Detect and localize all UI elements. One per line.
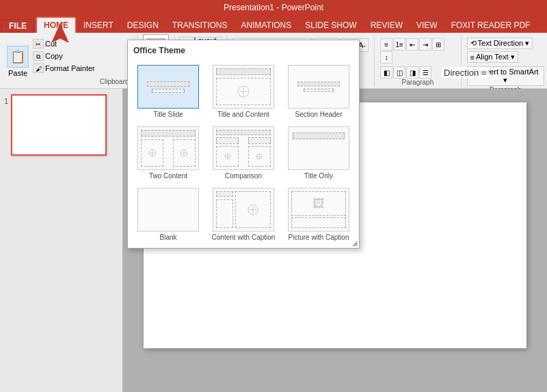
layout-item-two-content[interactable]: Two Content [133, 125, 203, 181]
ribbon-tabs: FILE HOME INSERT DESIGN TRANSITIONS ANIM… [0, 15, 547, 33]
align-center-button[interactable]: ◫ [393, 66, 405, 79]
resize-handle[interactable]: ◢ [352, 239, 358, 247]
tab-home[interactable]: HOME [36, 16, 77, 33]
slide-number: 1 [4, 97, 8, 105]
layout-grid: Title Slide Title and Content Section He… [133, 64, 353, 242]
layout-label-two-content: Two Content [149, 172, 187, 180]
layout-label-picture-caption: Picture with Caption [289, 234, 349, 241]
bullets-button[interactable]: ≡ [380, 38, 392, 51]
slide-thumbnail[interactable] [11, 94, 107, 156]
title-bar: Presentation1 - PowerPoint [0, 0, 547, 15]
tab-animations[interactable]: ANIMATIONS [234, 18, 298, 33]
columns-button[interactable]: ⊞ [432, 38, 444, 51]
tab-review[interactable]: REVIEW [364, 18, 410, 33]
layout-label-comparison: Comparison [225, 172, 262, 180]
align-right-button[interactable]: ◨ [406, 66, 418, 79]
tab-view[interactable]: VIEW [410, 18, 444, 33]
layout-label-title-slide: Title Slide [153, 111, 183, 118]
align-left-button[interactable]: ◧ [380, 66, 392, 79]
layout-item-title-content[interactable]: Title and Content [209, 64, 278, 120]
text-direction-icon: ⟲ [470, 39, 477, 48]
format-painter-button[interactable]: 🖌 Format Painter [31, 63, 96, 74]
tab-foxit[interactable]: FOXIT READER PDF [444, 18, 537, 33]
text-direction-label: Text Direction ▾ [478, 39, 530, 48]
layout-item-content-caption[interactable]: Content with Caption [209, 186, 278, 242]
paragraph-group: ≡ 1≡ ⇤ ⇥ ⊞ ↕ ◧ ◫ ◨ ☰ Paragraph [375, 34, 461, 87]
app-title: Presentation1 - PowerPoint [224, 3, 323, 12]
layout-label-content-caption: Content with Caption [212, 234, 276, 241]
paste-icon: 📋 [7, 46, 29, 68]
layout-item-blank[interactable]: Blank [133, 186, 203, 242]
layout-item-picture-caption[interactable]: 🖼 Picture with Caption [284, 186, 353, 242]
line-spacing-button[interactable]: ↕ [380, 51, 392, 64]
layout-thumb-title-content [213, 65, 274, 109]
decrease-indent-button[interactable]: ⇤ [406, 38, 418, 51]
increase-indent-button[interactable]: ⇥ [419, 38, 431, 51]
layout-label-title-only: Title Only [304, 172, 333, 180]
tab-file[interactable]: FILE [1, 19, 34, 33]
text-direction-row: ⟲ Text Direction ▾ [467, 38, 544, 49]
layout-thumb-title-only [288, 126, 349, 170]
layout-thumb-content-caption [213, 188, 274, 232]
align-text-icon: ≡ [470, 53, 475, 61]
layout-label-blank: Blank [159, 234, 176, 241]
cut-button[interactable]: ✂ Cut [31, 38, 96, 49]
clipboard-group: 📋 Paste ✂ Cut ⧉ Copy 🖌 Format Painter Cl… [3, 34, 137, 87]
align-text-button[interactable]: ≡ Align Text ▾ [467, 51, 518, 63]
tab-slideshow[interactable]: SLIDE SHOW [298, 18, 363, 33]
layout-label-section-header: Section Header [295, 111, 343, 118]
clipboard-right: ✂ Cut ⧉ Copy 🖌 Format Painter [31, 36, 96, 87]
slide-panel: 1 [0, 89, 123, 392]
slide-thumb-wrapper: 1 [4, 94, 118, 156]
paste-label: Paste [8, 69, 27, 77]
tab-insert[interactable]: INSERT [77, 18, 120, 33]
layout-thumb-section-header [288, 65, 349, 109]
layout-label-title-content: Title and Content [217, 111, 269, 118]
paragraph-group-label: Paragraph [380, 79, 455, 87]
layout-item-title-slide[interactable]: Title Slide [133, 64, 203, 120]
cut-icon: ✂ [33, 39, 44, 48]
justify-button[interactable]: ☰ [419, 66, 431, 79]
layout-item-comparison[interactable]: Comparison [209, 125, 278, 181]
align-text-row: ≡ Align Text ▾ [467, 51, 544, 63]
copy-icon: ⧉ [33, 51, 44, 61]
direction-equals-label: Direction = [442, 67, 489, 79]
paste-button[interactable]: 📋 Paste [4, 36, 31, 87]
cut-label: Cut [45, 40, 57, 48]
text-direction-group: ⟲ Text Direction ▾ ≡ Align Text ▾ Conver… [462, 34, 547, 87]
numbering-button[interactable]: 1≡ [393, 38, 405, 51]
paragraph-btn-row1: ≡ 1≡ ⇤ ⇥ ⊞ ↕ [380, 38, 455, 64]
format-painter-icon: 🖌 [33, 64, 44, 73]
tab-transitions[interactable]: TRANSITIONS [165, 18, 235, 33]
layout-popup: Office Theme Title Slide Title and Conte… [127, 40, 360, 249]
format-painter-label: Format Painter [45, 64, 95, 72]
tab-design[interactable]: DESIGN [120, 18, 165, 33]
copy-label: Copy [45, 52, 63, 60]
layout-item-title-only[interactable]: Title Only [284, 125, 353, 181]
layout-thumb-picture-caption: 🖼 [288, 188, 349, 232]
layout-thumb-title-slide [137, 65, 199, 109]
layout-thumb-blank [137, 188, 199, 232]
text-direction-button[interactable]: ⟲ Text Direction ▾ [467, 38, 533, 49]
layout-popup-title: Office Theme [133, 46, 353, 58]
layout-thumb-comparison [213, 126, 274, 170]
align-text-label: Align Text ▾ [476, 53, 515, 61]
layout-thumb-two-content [137, 126, 199, 170]
layout-item-section-header[interactable]: Section Header [284, 64, 353, 120]
copy-button[interactable]: ⧉ Copy [31, 51, 96, 61]
